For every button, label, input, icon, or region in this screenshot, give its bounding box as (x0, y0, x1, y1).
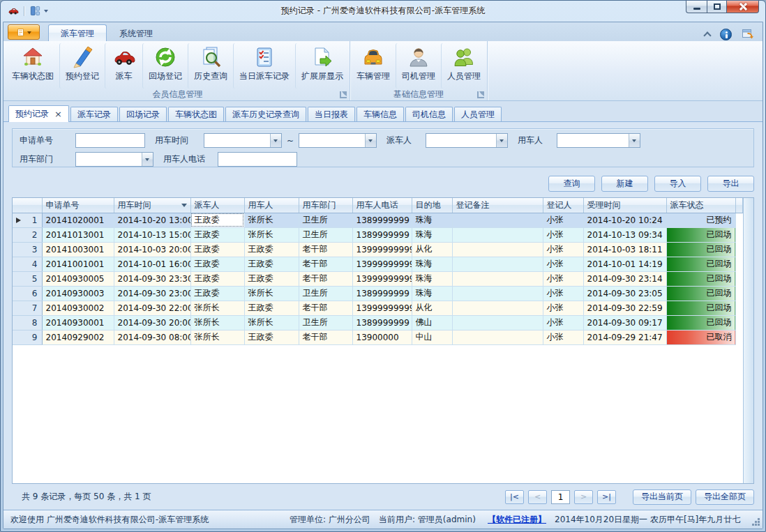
cell-dispatch-status[interactable]: 已回场 (666, 227, 735, 242)
close-button[interactable] (727, 0, 759, 13)
personnel-management-button[interactable]: 人员管理 (441, 43, 486, 89)
extended-screen-button[interactable]: 扩展屏显示 (295, 43, 349, 89)
restore-button[interactable] (707, 0, 727, 13)
new-button[interactable]: 新建 (601, 176, 648, 192)
dispatch-button[interactable]: 派车 (105, 43, 142, 89)
cell-use-time[interactable]: 2014-09-30 20:00 (114, 315, 190, 330)
doc-tab-vehicle-info[interactable]: 车辆信息 (356, 107, 404, 121)
cell-use-time[interactable]: 2014-09-30 23:30 (114, 271, 190, 286)
about-icon[interactable] (742, 27, 754, 42)
cell-use-time[interactable]: 2014-09-30 23:00 (114, 286, 190, 301)
cell-accept-time[interactable]: 2014-10-03 18:11 (583, 242, 666, 257)
cell-department[interactable]: 卫生所 (299, 286, 352, 301)
cell-register-note[interactable] (452, 315, 543, 330)
export-button[interactable]: 导出 (707, 176, 754, 192)
cell-destination[interactable]: 珠海 (412, 271, 452, 286)
doc-tab-daily-report[interactable]: 当日报表 (308, 107, 355, 121)
cell-destination[interactable]: 珠海 (412, 286, 452, 301)
collapse-ribbon-icon[interactable] (703, 31, 711, 39)
cell-registrar[interactable]: 小张 (543, 257, 583, 271)
cell-registrar[interactable]: 小张 (543, 227, 583, 242)
vehicle-status-map-button[interactable]: 车辆状态图 (6, 43, 59, 89)
dropdown-arrow-icon[interactable] (496, 134, 507, 147)
cell-register-note[interactable] (452, 330, 543, 344)
cell-destination[interactable]: 从化 (412, 301, 452, 315)
cell-user[interactable]: 王政委 (244, 257, 299, 271)
row-indicator[interactable]: 1 (13, 213, 42, 227)
cell-department[interactable]: 卫生所 (299, 227, 352, 242)
prev-page-button[interactable]: < (528, 490, 547, 504)
table-row[interactable]: 8201409300012014-09-30 20:00张所长张所长卫生所138… (13, 315, 743, 330)
use-time-from-combo[interactable] (204, 133, 282, 148)
cell-dispatcher[interactable]: 张所长 (190, 315, 244, 330)
department-combo[interactable] (75, 152, 153, 167)
cell-dispatcher[interactable]: 王政委 (190, 213, 244, 227)
column-header-indicator[interactable] (13, 198, 42, 213)
cell-destination[interactable]: 珠海 (412, 227, 452, 242)
cell-use-time[interactable]: 2014-10-13 15:00 (114, 227, 190, 242)
cell-dispatch-status[interactable]: 已取消 (666, 330, 735, 344)
cell-request-no[interactable]: 20140929002 (42, 330, 114, 344)
cell-dispatcher[interactable]: 王政委 (190, 227, 244, 242)
table-row[interactable]: 2201410130012014-10-13 15:00王政委张所长卫生所138… (13, 227, 743, 242)
return-register-button[interactable]: 回场登记 (142, 43, 188, 89)
cell-user-phone[interactable]: 1389999999 (352, 213, 412, 227)
resize-grip-icon[interactable] (758, 524, 760, 526)
ribbon-tab-dispatch-management[interactable]: 派车管理 (48, 24, 107, 41)
cell-department[interactable]: 卫生所 (299, 213, 352, 227)
cell-department[interactable]: 卫生所 (299, 315, 352, 330)
cell-user[interactable]: 张所长 (244, 315, 299, 330)
dropdown-arrow-icon[interactable] (629, 134, 640, 147)
cell-dispatcher[interactable]: 王政委 (190, 242, 244, 257)
column-header-department[interactable]: 用车部门 (299, 198, 352, 213)
use-time-to-combo[interactable] (299, 133, 377, 148)
dialog-launcher-icon[interactable] (340, 91, 347, 98)
ribbon-tab-system-management[interactable]: 系统管理 (107, 24, 165, 41)
row-indicator[interactable]: 6 (13, 286, 42, 301)
column-header-dispatch-status[interactable]: 派车状态 (666, 198, 735, 213)
doc-tab-dispatch-history-query[interactable]: 派车历史记录查询 (225, 107, 306, 121)
cell-department[interactable]: 老干部 (299, 271, 352, 286)
next-page-button[interactable]: > (574, 490, 593, 504)
cell-dispatch-status[interactable]: 已预约 (666, 213, 735, 227)
page-number-input[interactable] (551, 490, 570, 504)
quick-access-layout-icon[interactable] (28, 6, 42, 17)
cell-destination[interactable]: 珠海 (412, 213, 452, 227)
row-indicator[interactable]: 8 (13, 315, 42, 330)
cell-user-phone[interactable]: 13999999999 (352, 271, 412, 286)
license-link[interactable]: 【软件已注册】 (488, 514, 546, 526)
cell-request-no[interactable]: 20141001001 (42, 257, 114, 271)
dropdown-arrow-icon[interactable] (142, 153, 153, 166)
reservation-register-button[interactable]: 预约登记 (59, 43, 105, 89)
export-all-pages-button[interactable]: 导出全部页 (696, 489, 754, 505)
column-header-user[interactable]: 用车人 (244, 198, 299, 213)
column-header-use-time[interactable]: 用车时间 (114, 198, 190, 213)
cell-department[interactable]: 老干部 (299, 330, 352, 344)
dropdown-arrow-icon[interactable] (365, 134, 376, 147)
cell-request-no[interactable]: 20140930001 (42, 315, 114, 330)
cell-user-phone[interactable]: 1389999999 (352, 286, 412, 301)
cell-request-no[interactable]: 20141003001 (42, 242, 114, 257)
table-row[interactable]: 9201409290022014-09-30 08:00张所长王政委老干部139… (13, 330, 743, 344)
cell-user[interactable]: 王政委 (244, 301, 299, 315)
last-page-button[interactable]: >| (597, 490, 616, 504)
cell-accept-time[interactable]: 2014-09-30 22:59 (583, 301, 666, 315)
column-filter-arrow-icon[interactable] (181, 204, 187, 210)
import-button[interactable]: 导入 (654, 176, 701, 192)
query-button[interactable]: 查询 (548, 176, 595, 192)
cell-department[interactable]: 老干部 (299, 242, 352, 257)
tab-close-icon[interactable]: × (54, 109, 62, 119)
cell-accept-time[interactable]: 2014-09-30 23:14 (583, 271, 666, 286)
cell-destination[interactable]: 佛山 (412, 315, 452, 330)
cell-user[interactable]: 张所长 (244, 227, 299, 242)
cell-accept-time[interactable]: 2014-09-30 09:17 (583, 315, 666, 330)
minimize-button[interactable] (686, 0, 707, 13)
cell-register-note[interactable] (452, 213, 543, 227)
table-row[interactable]: 7201409300022014-09-30 22:00张所长王政委老干部139… (13, 301, 743, 315)
cell-user-phone[interactable]: 13900000 (352, 330, 412, 344)
cell-registrar[interactable]: 小张 (543, 242, 583, 257)
column-header-register-note[interactable]: 登记备注 (452, 198, 543, 213)
cell-destination[interactable]: 珠海 (412, 257, 452, 271)
today-dispatch-records-button[interactable]: 当日派车记录 (233, 43, 295, 89)
quick-access-dropdown-icon[interactable] (44, 10, 48, 15)
